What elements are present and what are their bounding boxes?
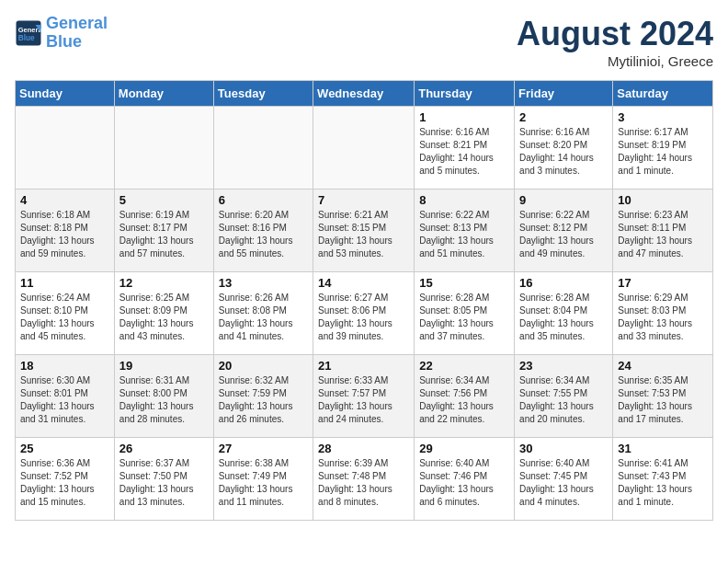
calendar-cell: 30Sunrise: 6:40 AM Sunset: 7:45 PM Dayli…: [515, 438, 613, 521]
day-info: Sunrise: 6:40 AM Sunset: 7:46 PM Dayligh…: [419, 457, 509, 509]
logo-text: General: [46, 15, 108, 33]
day-info: Sunrise: 6:28 AM Sunset: 8:05 PM Dayligh…: [419, 292, 509, 343]
logo-icon: General Blue: [15, 19, 42, 47]
calendar-cell: 5Sunrise: 6:19 AM Sunset: 8:17 PM Daylig…: [114, 190, 213, 272]
day-info: Sunrise: 6:27 AM Sunset: 8:06 PM Dayligh…: [318, 292, 409, 343]
day-info: Sunrise: 6:22 AM Sunset: 8:12 PM Dayligh…: [519, 209, 608, 260]
day-number: 30: [519, 442, 608, 455]
calendar-cell: 7Sunrise: 6:21 AM Sunset: 8:15 PM Daylig…: [313, 190, 415, 272]
day-number: 3: [618, 110, 708, 124]
day-info: Sunrise: 6:33 AM Sunset: 7:57 PM Dayligh…: [318, 374, 409, 426]
title-block: August 2024 Mytilinioi, Greece: [517, 15, 713, 69]
day-number: 27: [219, 442, 308, 455]
day-info: Sunrise: 6:38 AM Sunset: 7:49 PM Dayligh…: [219, 457, 308, 509]
day-info: Sunrise: 6:34 AM Sunset: 7:55 PM Dayligh…: [519, 374, 608, 426]
day-info: Sunrise: 6:22 AM Sunset: 8:13 PM Dayligh…: [419, 209, 509, 260]
calendar-cell: 17Sunrise: 6:29 AM Sunset: 8:03 PM Dayli…: [613, 272, 713, 355]
day-info: Sunrise: 6:37 AM Sunset: 7:50 PM Dayligh…: [119, 457, 209, 509]
day-info: Sunrise: 6:17 AM Sunset: 8:19 PM Dayligh…: [618, 126, 708, 178]
day-number: 2: [519, 110, 608, 124]
day-info: Sunrise: 6:20 AM Sunset: 8:16 PM Dayligh…: [219, 209, 308, 260]
calendar-cell: 24Sunrise: 6:35 AM Sunset: 7:53 PM Dayli…: [613, 355, 713, 438]
calendar-cell: 22Sunrise: 6:34 AM Sunset: 7:56 PM Dayli…: [415, 355, 515, 438]
calendar-cell: 11Sunrise: 6:24 AM Sunset: 8:10 PM Dayli…: [16, 272, 115, 355]
day-number: 28: [318, 442, 409, 455]
day-number: 25: [20, 442, 109, 455]
svg-text:Blue: Blue: [18, 33, 35, 41]
calendar-cell: 1Sunrise: 6:16 AM Sunset: 8:21 PM Daylig…: [415, 107, 515, 190]
day-number: 8: [419, 193, 509, 207]
day-info: Sunrise: 6:25 AM Sunset: 8:09 PM Dayligh…: [119, 292, 209, 343]
calendar-cell: [213, 107, 313, 190]
day-info: Sunrise: 6:40 AM Sunset: 7:45 PM Dayligh…: [519, 457, 608, 509]
day-info: Sunrise: 6:28 AM Sunset: 8:04 PM Dayligh…: [519, 292, 608, 343]
day-info: Sunrise: 6:18 AM Sunset: 8:18 PM Dayligh…: [20, 209, 109, 260]
page-header: General Blue General Blue August 2024 My…: [15, 15, 713, 69]
day-info: Sunrise: 6:21 AM Sunset: 8:15 PM Dayligh…: [318, 209, 409, 260]
day-number: 7: [318, 193, 409, 207]
weekday-header: Tuesday: [213, 81, 313, 107]
weekday-header: Saturday: [613, 81, 713, 107]
logo-subtext: Blue: [46, 33, 108, 52]
day-info: Sunrise: 6:26 AM Sunset: 8:08 PM Dayligh…: [219, 292, 308, 343]
calendar-cell: 27Sunrise: 6:38 AM Sunset: 7:49 PM Dayli…: [213, 438, 313, 521]
logo: General Blue General Blue: [15, 15, 108, 52]
calendar-cell: 12Sunrise: 6:25 AM Sunset: 8:09 PM Dayli…: [114, 272, 213, 355]
day-number: 15: [419, 276, 509, 290]
calendar-week-row: 11Sunrise: 6:24 AM Sunset: 8:10 PM Dayli…: [16, 272, 713, 355]
day-number: 12: [119, 276, 209, 290]
day-info: Sunrise: 6:19 AM Sunset: 8:17 PM Dayligh…: [119, 209, 209, 260]
day-info: Sunrise: 6:34 AM Sunset: 7:56 PM Dayligh…: [419, 374, 509, 426]
day-info: Sunrise: 6:35 AM Sunset: 7:53 PM Dayligh…: [618, 374, 708, 426]
calendar-cell: 21Sunrise: 6:33 AM Sunset: 7:57 PM Dayli…: [313, 355, 415, 438]
calendar-cell: 9Sunrise: 6:22 AM Sunset: 8:12 PM Daylig…: [515, 190, 613, 272]
day-info: Sunrise: 6:32 AM Sunset: 7:59 PM Dayligh…: [219, 374, 308, 426]
calendar-week-row: 25Sunrise: 6:36 AM Sunset: 7:52 PM Dayli…: [16, 438, 713, 521]
calendar-cell: 8Sunrise: 6:22 AM Sunset: 8:13 PM Daylig…: [415, 190, 515, 272]
calendar-cell: 25Sunrise: 6:36 AM Sunset: 7:52 PM Dayli…: [16, 438, 115, 521]
day-number: 9: [519, 193, 608, 207]
month-title: August 2024: [517, 15, 713, 53]
day-number: 5: [119, 193, 209, 207]
day-number: 16: [519, 276, 608, 290]
day-number: 6: [219, 193, 308, 207]
calendar-table: SundayMondayTuesdayWednesdayThursdayFrid…: [15, 80, 713, 521]
calendar-week-row: 18Sunrise: 6:30 AM Sunset: 8:01 PM Dayli…: [16, 355, 713, 438]
weekday-header: Sunday: [16, 81, 115, 107]
weekday-header: Wednesday: [313, 81, 415, 107]
day-info: Sunrise: 6:16 AM Sunset: 8:20 PM Dayligh…: [519, 126, 608, 178]
calendar-cell: 4Sunrise: 6:18 AM Sunset: 8:18 PM Daylig…: [16, 190, 115, 272]
day-info: Sunrise: 6:24 AM Sunset: 8:10 PM Dayligh…: [20, 292, 109, 343]
weekday-header-row: SundayMondayTuesdayWednesdayThursdayFrid…: [16, 81, 713, 107]
day-info: Sunrise: 6:29 AM Sunset: 8:03 PM Dayligh…: [618, 292, 708, 343]
day-number: 26: [119, 442, 209, 455]
weekday-header: Monday: [114, 81, 213, 107]
day-number: 18: [20, 359, 109, 373]
day-number: 19: [119, 359, 209, 373]
day-number: 13: [219, 276, 308, 290]
day-number: 20: [219, 359, 308, 373]
calendar-cell: 2Sunrise: 6:16 AM Sunset: 8:20 PM Daylig…: [515, 107, 613, 190]
calendar-cell: 26Sunrise: 6:37 AM Sunset: 7:50 PM Dayli…: [114, 438, 213, 521]
weekday-header: Thursday: [415, 81, 515, 107]
calendar-cell: 19Sunrise: 6:31 AM Sunset: 8:00 PM Dayli…: [114, 355, 213, 438]
calendar-cell: 18Sunrise: 6:30 AM Sunset: 8:01 PM Dayli…: [16, 355, 115, 438]
day-number: 24: [618, 359, 708, 373]
day-number: 31: [618, 442, 708, 455]
day-info: Sunrise: 6:31 AM Sunset: 8:00 PM Dayligh…: [119, 374, 209, 426]
day-number: 21: [318, 359, 409, 373]
calendar-cell: 6Sunrise: 6:20 AM Sunset: 8:16 PM Daylig…: [213, 190, 313, 272]
calendar-cell: 3Sunrise: 6:17 AM Sunset: 8:19 PM Daylig…: [613, 107, 713, 190]
calendar-cell: 28Sunrise: 6:39 AM Sunset: 7:48 PM Dayli…: [313, 438, 415, 521]
day-number: 14: [318, 276, 409, 290]
day-number: 22: [419, 359, 509, 373]
day-number: 11: [20, 276, 109, 290]
location-subtitle: Mytilinioi, Greece: [517, 53, 713, 69]
day-info: Sunrise: 6:23 AM Sunset: 8:11 PM Dayligh…: [618, 209, 708, 260]
calendar-cell: 29Sunrise: 6:40 AM Sunset: 7:46 PM Dayli…: [415, 438, 515, 521]
day-number: 1: [419, 110, 509, 124]
calendar-week-row: 1Sunrise: 6:16 AM Sunset: 8:21 PM Daylig…: [16, 107, 713, 190]
day-number: 23: [519, 359, 608, 373]
calendar-cell: [114, 107, 213, 190]
day-number: 10: [618, 193, 708, 207]
